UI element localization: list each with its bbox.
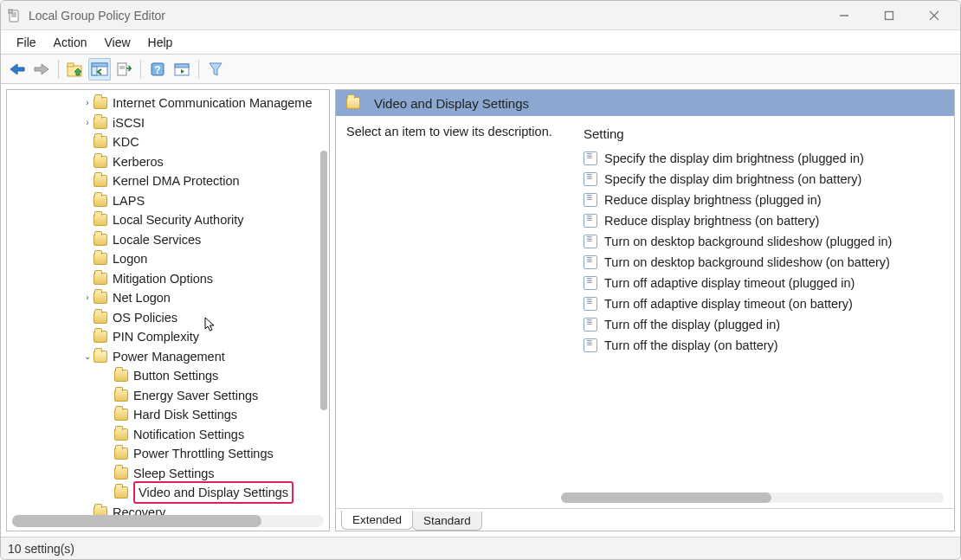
column-header-setting[interactable]: Setting xyxy=(584,125,944,148)
back-button[interactable] xyxy=(6,58,29,80)
expander-icon[interactable]: › xyxy=(81,113,94,132)
menu-help[interactable]: Help xyxy=(139,32,182,53)
window-title: Local Group Policy Editor xyxy=(29,9,165,23)
tree-item[interactable]: ›Internet Communication Manageme xyxy=(7,93,329,113)
setting-label: Turn off the display (plugged in) xyxy=(604,318,780,331)
help-icon[interactable]: ? xyxy=(146,58,169,80)
tree-item[interactable]: Hard Disk Settings xyxy=(7,405,329,425)
tree-item[interactable]: Recovery xyxy=(7,503,329,516)
content-area: ›Internet Communication Manageme›iSCSIKD… xyxy=(1,84,960,537)
menu-file[interactable]: File xyxy=(8,32,45,53)
folder-icon xyxy=(114,428,128,441)
folder-icon xyxy=(94,234,107,246)
tree-item[interactable]: Sleep Settings xyxy=(7,464,329,484)
show-hide-tree-icon[interactable] xyxy=(88,58,111,80)
tree-horizontal-scrollbar[interactable] xyxy=(12,515,324,527)
folder-icon xyxy=(94,214,107,226)
app-window: Local Group Policy Editor File Action Vi… xyxy=(0,0,961,560)
tree-item-label: Locale Services xyxy=(113,230,204,249)
tree-item[interactable]: ⌄Power Management xyxy=(7,347,329,367)
tree-item[interactable]: Notification Settings xyxy=(7,425,329,445)
policy-setting-icon xyxy=(584,276,597,290)
tree-item[interactable]: Kerberos xyxy=(7,152,329,172)
tree-panel: ›Internet Communication Manageme›iSCSIKD… xyxy=(6,89,330,531)
folder-icon xyxy=(114,447,128,460)
folder-icon xyxy=(114,467,128,480)
svg-rect-14 xyxy=(118,63,126,75)
expander-icon[interactable]: › xyxy=(81,93,94,113)
maximize-button[interactable] xyxy=(879,5,900,26)
tab-standard[interactable]: Standard xyxy=(412,512,482,531)
details-horizontal-scrollbar[interactable] xyxy=(561,492,944,503)
setting-item[interactable]: Turn on desktop background slideshow (on… xyxy=(584,252,944,273)
tree-item[interactable]: Kernel DMA Protection xyxy=(7,171,329,191)
expander-icon[interactable]: ⌄ xyxy=(81,347,94,366)
setting-item[interactable]: Turn off the display (on battery) xyxy=(584,335,944,356)
setting-label: Turn off adaptive display timeout (plugg… xyxy=(604,276,855,290)
tree-item[interactable]: OS Policies xyxy=(7,308,329,328)
setting-item[interactable]: Reduce display brightness (on battery) xyxy=(584,210,944,231)
folder-icon xyxy=(114,486,128,499)
tree-item[interactable]: PIN Complexity xyxy=(7,327,329,347)
policy-setting-icon xyxy=(584,151,597,165)
folder-icon xyxy=(114,409,128,421)
tree-item-label: OS Policies xyxy=(113,308,181,327)
folder-icon xyxy=(94,156,107,168)
minimize-button[interactable] xyxy=(834,5,855,26)
tree-item-label: Mitigation Options xyxy=(113,269,216,288)
toolbar: ? xyxy=(1,55,960,84)
tree-item-label: Kernel DMA Protection xyxy=(113,171,243,190)
policy-setting-icon xyxy=(584,318,597,331)
tree-item-label: Net Logon xyxy=(113,288,174,307)
menu-action[interactable]: Action xyxy=(45,32,96,53)
tree-item-label: Logon xyxy=(113,249,151,268)
forward-button[interactable] xyxy=(30,58,53,80)
tree-item[interactable]: Energy Saver Settings xyxy=(7,386,329,406)
tree-item[interactable]: Power Throttling Settings xyxy=(7,444,329,464)
export-list-icon[interactable] xyxy=(113,58,135,80)
tree-item[interactable]: Locale Services xyxy=(7,230,329,250)
close-button[interactable] xyxy=(924,5,945,26)
tree-item[interactable]: ›iSCSI xyxy=(7,113,329,133)
tree-item[interactable]: Local Security Authority xyxy=(7,210,329,230)
setting-item[interactable]: Turn off adaptive display timeout (plugg… xyxy=(584,273,944,293)
tab-extended[interactable]: Extended xyxy=(341,511,413,530)
policy-setting-icon xyxy=(584,338,597,352)
tree-item[interactable]: KDC xyxy=(7,132,329,152)
setting-label: Specify the display dim brightness (on b… xyxy=(604,172,861,186)
tree-item[interactable]: Video and Display Settings xyxy=(7,483,329,503)
up-folder-icon[interactable] xyxy=(64,58,87,80)
folder-icon xyxy=(94,331,107,343)
tree-item[interactable]: ›Net Logon xyxy=(7,288,329,308)
folder-icon xyxy=(346,97,360,109)
setting-item[interactable]: Turn on desktop background slideshow (pl… xyxy=(584,231,944,252)
expander-icon[interactable]: › xyxy=(81,288,94,307)
setting-item[interactable]: Specify the display dim brightness (plug… xyxy=(584,148,944,169)
policy-setting-icon xyxy=(584,297,597,311)
setting-label: Specify the display dim brightness (plug… xyxy=(604,151,864,165)
menu-view[interactable]: View xyxy=(95,32,139,53)
app-icon xyxy=(8,9,22,23)
svg-rect-12 xyxy=(92,63,107,67)
svg-rect-20 xyxy=(175,64,189,68)
setting-item[interactable]: Reduce display brightness (plugged in) xyxy=(584,190,944,210)
policy-tree[interactable]: ›Internet Communication Manageme›iSCSIKD… xyxy=(7,90,329,515)
folder-icon xyxy=(94,117,107,129)
tree-item[interactable]: Mitigation Options xyxy=(7,269,329,289)
tree-item[interactable]: Button Settings xyxy=(7,366,329,386)
tree-item-label: Recovery xyxy=(113,503,169,515)
filter-icon[interactable] xyxy=(204,58,227,80)
policy-setting-icon xyxy=(584,255,597,269)
setting-item[interactable]: Specify the display dim brightness (on b… xyxy=(584,169,944,190)
properties-icon[interactable] xyxy=(171,58,193,80)
tree-vertical-scrollbar[interactable] xyxy=(320,151,327,410)
folder-icon xyxy=(94,292,107,304)
folder-icon xyxy=(94,273,107,285)
tree-item-label: Hard Disk Settings xyxy=(133,405,241,424)
setting-label: Turn on desktop background slideshow (pl… xyxy=(604,235,892,248)
tree-item[interactable]: LAPS xyxy=(7,191,329,211)
setting-item[interactable]: Turn off the display (plugged in) xyxy=(584,314,944,335)
tree-item[interactable]: Logon xyxy=(7,249,329,269)
setting-item[interactable]: Turn off adaptive display timeout (on ba… xyxy=(584,293,944,314)
titlebar: Local Group Policy Editor xyxy=(1,1,960,30)
